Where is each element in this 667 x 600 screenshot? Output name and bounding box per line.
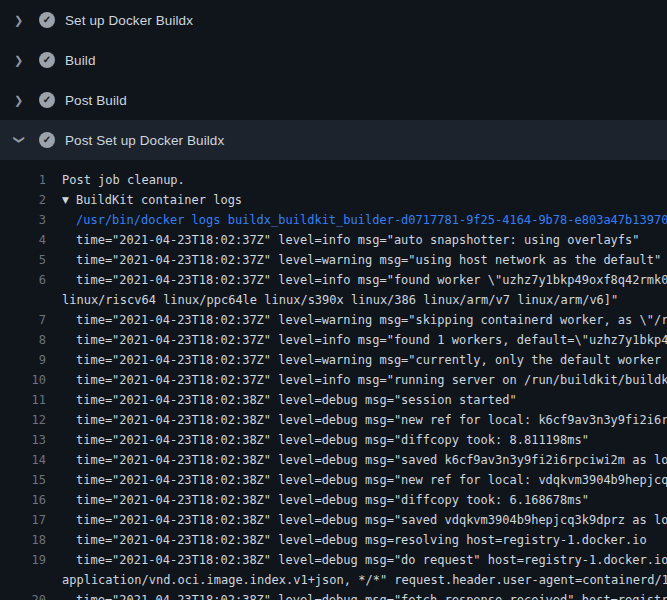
log-line: 8 time="2021-04-23T18:02:37Z" level=info… [0,330,667,350]
group-expander-icon[interactable]: ▼ [62,190,69,210]
log-line: 16 time="2021-04-23T18:02:38Z" level=deb… [0,490,667,510]
line-number[interactable] [0,570,46,590]
line-number[interactable]: 7 [0,310,46,330]
log-line: 17 time="2021-04-23T18:02:38Z" level=deb… [0,510,667,530]
check-circle-icon: ✓ [39,132,55,148]
chevron-icon: ❯ [14,95,26,106]
line-number[interactable]: 9 [0,350,46,370]
log-text: time="2021-04-23T18:02:37Z" level=info m… [62,230,640,250]
line-number[interactable]: 2 [0,190,46,210]
log-text: time="2021-04-23T18:02:37Z" level=warnin… [62,250,661,270]
log-text: /usr/bin/docker logs buildx_buildkit_bui… [62,210,667,230]
log-text: Post job cleanup. [62,170,185,190]
step-title: Post Build [65,93,127,108]
line-number[interactable]: 17 [0,510,46,530]
log-line: 10 time="2021-04-23T18:02:37Z" level=inf… [0,370,667,390]
line-number[interactable]: 11 [0,390,46,410]
step-header[interactable]: ❯ ✓ Post Set up Docker Buildx [0,120,667,160]
log-line: 7 time="2021-04-23T18:02:37Z" level=warn… [0,310,667,330]
step-header[interactable]: ❯ ✓ Build [0,40,667,80]
chevron-icon: ❯ [14,55,26,66]
log-text-content: time="2021-04-23T18:02:38Z" level=debug … [76,433,589,447]
line-number[interactable] [0,290,46,310]
log-line: 14 time="2021-04-23T18:02:38Z" level=deb… [0,450,667,470]
line-number[interactable]: 19 [0,550,46,570]
step-list: ❯ ✓ Set up Docker Buildx ❯ ✓ Build ❯ ✓ P… [0,0,667,160]
log-line: 4 time="2021-04-23T18:02:37Z" level=info… [0,230,667,250]
line-number[interactable]: 15 [0,470,46,490]
log-text-content: time="2021-04-23T18:02:38Z" level=debug … [76,453,667,467]
line-number[interactable]: 16 [0,490,46,510]
log-line: 3 /usr/bin/docker logs buildx_buildkit_b… [0,210,667,230]
log-text-content: time="2021-04-23T18:02:38Z" level=debug … [76,593,667,600]
log-text-content: time="2021-04-23T18:02:37Z" level=info m… [76,333,667,347]
log-line: 18 time="2021-04-23T18:02:38Z" level=deb… [0,530,667,550]
log-text-content: BuildKit container logs [76,193,242,207]
line-number[interactable]: 4 [0,230,46,250]
log-line: 15 time="2021-04-23T18:02:38Z" level=deb… [0,470,667,490]
log-text-content: time="2021-04-23T18:02:37Z" level=warnin… [76,313,667,327]
log-text: time="2021-04-23T18:02:38Z" level=debug … [62,490,589,510]
log-text: time="2021-04-23T18:02:38Z" level=debug … [62,550,667,570]
log-text: time="2021-04-23T18:02:38Z" level=debug … [62,510,667,530]
step-header[interactable]: ❯ ✓ Post Build [0,80,667,120]
log-text-content: time="2021-04-23T18:02:37Z" level=warnin… [76,253,661,267]
log-text-content: time="2021-04-23T18:02:37Z" level=info m… [76,373,667,387]
line-number[interactable]: 1 [0,170,46,190]
log-text: time="2021-04-23T18:02:37Z" level=info m… [62,330,667,350]
log-text: ▼BuildKit container logs [62,190,242,210]
line-number[interactable]: 12 [0,410,46,430]
log-text: time="2021-04-23T18:02:38Z" level=debug … [62,410,667,430]
log-text-content: time="2021-04-23T18:02:38Z" level=debug … [76,493,589,507]
log-line: 2 ▼BuildKit container logs [0,190,667,210]
line-number[interactable]: 5 [0,250,46,270]
line-number[interactable]: 18 [0,530,46,550]
log-line: 13 time="2021-04-23T18:02:38Z" level=deb… [0,430,667,450]
log-text-content: time="2021-04-23T18:02:38Z" level=debug … [76,553,667,567]
log-text: time="2021-04-23T18:02:38Z" level=debug … [62,450,667,470]
line-number[interactable]: 14 [0,450,46,470]
log-text: time="2021-04-23T18:02:37Z" level=warnin… [62,350,667,370]
step-title: Post Set up Docker Buildx [65,133,224,148]
step-title: Build [65,53,96,68]
log-text-content: time="2021-04-23T18:02:38Z" level=debug … [76,473,667,487]
line-number[interactable]: 3 [0,210,46,230]
check-circle-icon: ✓ [39,52,55,68]
log-text-content: Post job cleanup. [62,173,185,187]
log-text-content: time="2021-04-23T18:02:38Z" level=debug … [76,413,667,427]
log-text-content: time="2021-04-23T18:02:38Z" level=debug … [76,533,647,547]
log-line: linux/riscv64 linux/ppc64le linux/s390x … [0,290,667,310]
step-title: Set up Docker Buildx [65,13,193,28]
actions-log-viewer: ❯ ✓ Set up Docker Buildx ❯ ✓ Build ❯ ✓ P… [0,0,667,600]
log-text-content: application/vnd.oci.image.index.v1+json,… [62,573,667,587]
check-circle-icon: ✓ [39,92,55,108]
log-text-content: time="2021-04-23T18:02:38Z" level=debug … [76,393,517,407]
log-text: time="2021-04-23T18:02:38Z" level=debug … [62,430,589,450]
log-text: time="2021-04-23T18:02:38Z" level=debug … [62,590,667,600]
log-text: time="2021-04-23T18:02:38Z" level=debug … [62,390,517,410]
log-text: linux/riscv64 linux/ppc64le linux/s390x … [62,290,618,310]
log-text-content: time="2021-04-23T18:02:37Z" level=warnin… [76,353,667,367]
log-text: time="2021-04-23T18:02:37Z" level=warnin… [62,310,667,330]
log-text: application/vnd.oci.image.index.v1+json,… [62,570,667,590]
log-text: time="2021-04-23T18:02:38Z" level=debug … [62,530,647,550]
log-line: 9 time="2021-04-23T18:02:37Z" level=warn… [0,350,667,370]
line-number[interactable]: 13 [0,430,46,450]
line-number[interactable]: 10 [0,370,46,390]
log-pane[interactable]: 1 Post job cleanup. 2 ▼BuildKit containe… [0,160,667,600]
log-line: 19 time="2021-04-23T18:02:38Z" level=deb… [0,550,667,570]
log-text-content: time="2021-04-23T18:02:37Z" level=info m… [76,273,667,287]
check-circle-icon: ✓ [39,12,55,28]
log-line: 12 time="2021-04-23T18:02:38Z" level=deb… [0,410,667,430]
log-line: 1 Post job cleanup. [0,170,667,190]
log-text: time="2021-04-23T18:02:37Z" level=info m… [62,270,667,290]
line-number[interactable]: 8 [0,330,46,350]
log-line: application/vnd.oci.image.index.v1+json,… [0,570,667,590]
log-line: 20 time="2021-04-23T18:02:38Z" level=deb… [0,590,667,600]
step-header[interactable]: ❯ ✓ Set up Docker Buildx [0,0,667,40]
chevron-icon: ❯ [14,15,26,26]
line-number[interactable]: 20 [0,590,46,600]
line-number[interactable]: 6 [0,270,46,290]
log-text-content: linux/riscv64 linux/ppc64le linux/s390x … [62,293,618,307]
log-line: 6 time="2021-04-23T18:02:37Z" level=info… [0,270,667,290]
